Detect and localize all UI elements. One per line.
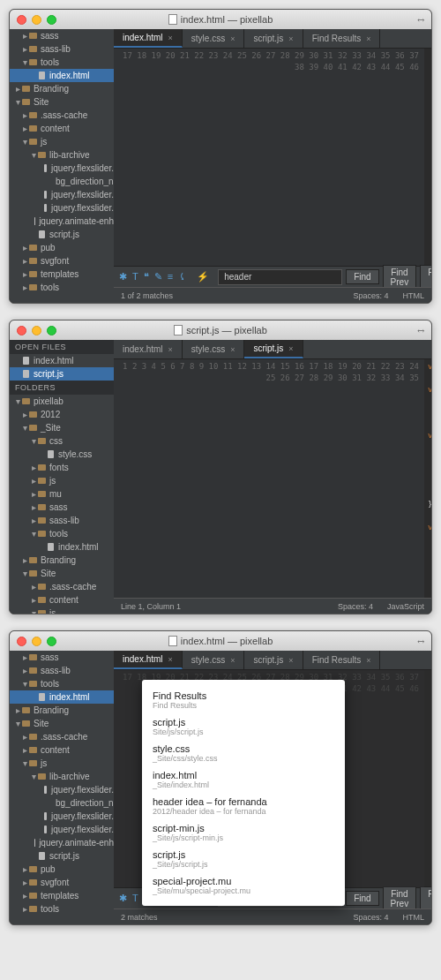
tab-close-icon[interactable]: × xyxy=(168,34,173,42)
goto-result-item[interactable]: header idea – for fernanda2012/header id… xyxy=(142,793,345,819)
goto-result-item[interactable]: index.html_Site/index.html xyxy=(142,766,345,793)
sidebar-item[interactable]: ▸.sass-cache xyxy=(10,109,114,122)
sidebar-item[interactable]: jquery.animate-enh xyxy=(10,215,114,228)
editor-tab[interactable]: script.js× xyxy=(244,651,303,669)
sidebar-item[interactable]: ▸Branding xyxy=(10,554,114,567)
bolt-icon[interactable]: ⚡ xyxy=(191,271,214,283)
sidebar-item[interactable]: ▸pub xyxy=(10,241,114,254)
sidebar-item[interactable]: ▸content xyxy=(10,743,114,757)
find-option-icon[interactable]: ❝ xyxy=(142,271,151,283)
status-syntax[interactable]: HTML xyxy=(403,291,425,300)
sidebar-item[interactable]: ▸sass-lib xyxy=(10,664,114,677)
tab-close-icon[interactable]: × xyxy=(168,345,173,354)
goto-result-item[interactable]: script.jsSite/js/script.js xyxy=(142,713,345,740)
editor-tab[interactable]: style.css× xyxy=(183,29,245,48)
zoom-icon[interactable] xyxy=(47,637,56,646)
sidebar-item[interactable]: script.js xyxy=(10,367,114,381)
minimize-icon[interactable] xyxy=(32,15,41,25)
sidebar-item[interactable]: jquery.flexslider. xyxy=(10,201,114,215)
tab-close-icon[interactable]: × xyxy=(230,34,235,43)
sidebar-item[interactable]: ▸mu xyxy=(10,487,114,501)
tab-close-icon[interactable]: × xyxy=(230,345,235,354)
sidebar-item[interactable]: ▸content xyxy=(10,122,114,135)
sidebar-item[interactable]: jquery.flexslider. xyxy=(10,810,114,823)
sidebar-item[interactable]: ▸tools xyxy=(10,902,114,916)
sidebar-item[interactable]: jquery.flexslider. xyxy=(10,823,114,836)
fullscreen-icon[interactable]: ⤢ xyxy=(415,13,426,25)
sidebar-item[interactable]: bg_direction_nav xyxy=(10,796,114,810)
editor-tab[interactable]: index.html× xyxy=(114,651,183,669)
sidebar-item[interactable]: ▾_Site xyxy=(10,421,114,434)
titlebar[interactable]: index.html — pixellab ⤢ xyxy=(10,10,431,29)
sidebar-item[interactable]: ▾Site xyxy=(10,717,114,730)
editor-tab[interactable]: script.js× xyxy=(244,340,303,358)
minimize-icon[interactable] xyxy=(32,637,41,646)
goto-result-item[interactable]: Find ResultsFind Results xyxy=(142,687,345,713)
sidebar-item[interactable]: ▾js xyxy=(10,135,114,148)
find-option-icon[interactable]: ≡ xyxy=(166,271,175,283)
sidebar-item[interactable]: ▸templates xyxy=(10,889,114,902)
sidebar-item[interactable]: jquery.flexslider. xyxy=(10,783,114,796)
find-option-icon[interactable]: ✱ xyxy=(117,893,129,904)
status-spaces[interactable]: Spaces: 4 xyxy=(338,602,373,611)
tab-close-icon[interactable]: × xyxy=(366,656,370,665)
fullscreen-icon[interactable]: ⤢ xyxy=(415,324,426,335)
sidebar-item[interactable]: ▸sass xyxy=(10,29,114,42)
sidebar-item[interactable]: ▾lib-archive xyxy=(10,148,114,162)
sidebar-item[interactable]: script.js xyxy=(10,849,114,863)
editor-tab[interactable]: index.html× xyxy=(114,29,183,48)
sidebar-item[interactable]: ▸.sass-cache xyxy=(10,730,114,743)
sidebar-item[interactable]: ▾tools xyxy=(10,677,114,690)
fullscreen-icon[interactable]: ⤢ xyxy=(415,635,426,646)
sidebar-item[interactable]: ▸.sass-cache xyxy=(10,580,114,593)
editor-tab[interactable]: index.html× xyxy=(114,340,183,358)
goto-result-item[interactable]: special-project.mu_Site/mu/special-proje… xyxy=(142,872,345,899)
sidebar-item[interactable]: jquery.flexslider. xyxy=(10,162,114,175)
sidebar[interactable]: OPEN FILESindex.htmlscript.jsFOLDERS▾pix… xyxy=(10,340,114,614)
find-option-icon[interactable]: ✎ xyxy=(153,271,164,283)
sidebar-item[interactable]: ▸sass xyxy=(10,501,114,514)
sidebar-item[interactable]: ▸Branding xyxy=(10,704,114,717)
find-all-button[interactable]: Find All xyxy=(420,886,432,911)
find-button[interactable]: Find xyxy=(346,891,378,906)
sidebar-item[interactable]: index.html xyxy=(10,69,114,82)
close-icon[interactable] xyxy=(17,637,26,646)
status-syntax[interactable]: HTML xyxy=(403,913,425,922)
goto-anything-popup[interactable]: Find ResultsFind Resultsscript.jsSite/js… xyxy=(142,680,345,906)
code-editor[interactable]: 17 18 19 20 21 22 23 24 25 26 27 28 29 3… xyxy=(114,49,431,266)
zoom-icon[interactable] xyxy=(47,326,56,335)
sidebar-item[interactable]: jquery.animate-enh xyxy=(10,836,114,849)
sidebar-item[interactable]: ▸content xyxy=(10,593,114,607)
sidebar-item[interactable]: ▸Branding xyxy=(10,82,114,95)
goto-result-item[interactable]: style.css_Site/css/style.css xyxy=(142,740,345,766)
sidebar-item[interactable]: style.css xyxy=(10,448,114,461)
find-all-button[interactable]: Find All xyxy=(420,265,432,290)
sidebar-item[interactable]: ▾js xyxy=(10,757,114,770)
tab-close-icon[interactable]: × xyxy=(288,34,293,43)
editor-tab[interactable]: style.css× xyxy=(183,651,245,669)
sidebar-item[interactable]: ▸svgfont xyxy=(10,254,114,268)
goto-result-item[interactable]: script.js_Site/js/script.js xyxy=(142,846,345,872)
find-prev-button[interactable]: Find Prev xyxy=(383,886,417,911)
editor-tab[interactable]: Find Results× xyxy=(303,651,381,669)
sidebar-item[interactable]: ▸js xyxy=(10,474,114,487)
sidebar-item[interactable]: jquery.flexslider. xyxy=(10,188,114,201)
find-option-icon[interactable]: ✱ xyxy=(117,271,129,283)
sidebar-item[interactable]: ▾tools xyxy=(10,527,114,540)
sidebar-item[interactable]: index.html xyxy=(10,690,114,704)
close-icon[interactable] xyxy=(17,15,26,25)
goto-result-item[interactable]: script-min.js_Site/js/script-min.js xyxy=(142,819,345,846)
find-option-icon[interactable]: T xyxy=(131,271,140,283)
tab-close-icon[interactable]: × xyxy=(168,655,173,664)
sidebar-item[interactable]: ▸fonts xyxy=(10,461,114,474)
find-option-icon[interactable]: ⤹ xyxy=(176,271,188,283)
status-spaces[interactable]: Spaces: 4 xyxy=(353,913,388,922)
minimize-icon[interactable] xyxy=(32,326,41,335)
tab-close-icon[interactable]: × xyxy=(230,656,235,665)
status-spaces[interactable]: Spaces: 4 xyxy=(353,291,388,300)
sidebar-item[interactable]: ▸templates xyxy=(10,268,114,281)
find-option-icon[interactable]: T xyxy=(131,893,140,904)
sidebar-item[interactable]: index.html xyxy=(10,540,114,554)
find-input[interactable] xyxy=(218,269,342,285)
sidebar-item[interactable]: ▸2012 xyxy=(10,408,114,421)
